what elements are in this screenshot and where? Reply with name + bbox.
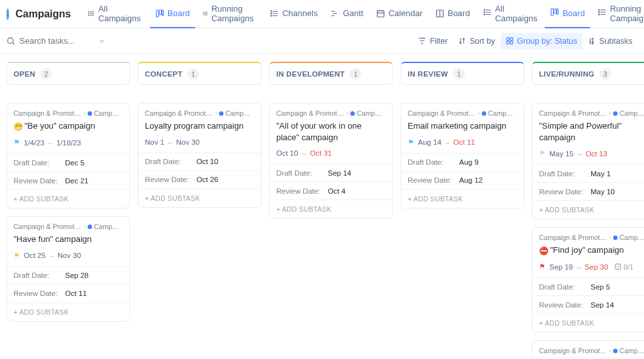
view-tab-channels[interactable]: Channels	[265, 0, 323, 28]
list-dot-icon	[88, 111, 92, 116]
view-tab-running-campaigns[interactable]: Running Campaigns	[592, 0, 644, 28]
column-title: IN DEVELOPMENT	[276, 70, 345, 78]
tab-label: Board	[448, 8, 470, 18]
add-subtask-button[interactable]: + ADD SUBTASK	[7, 303, 129, 321]
list-dot-icon	[350, 111, 355, 116]
task-title: "Simple and Powerful" campaign	[539, 120, 644, 143]
task-card[interactable]: Campaign & Promotion Manag...›Campai..."…	[532, 103, 644, 219]
start-date: May 15	[549, 150, 574, 158]
add-subtask-button[interactable]: + ADD SUBTASK	[401, 190, 524, 208]
svg-rect-19	[557, 9, 558, 15]
svg-rect-18	[554, 9, 557, 14]
svg-point-9	[271, 10, 272, 11]
task-dates: ⚑Aug 14–Oct 11	[408, 138, 517, 147]
toolbar: Filter Sort by Group by: Status Subtasks	[0, 28, 644, 54]
start-date: Aug 14	[418, 138, 441, 146]
task-title: Email marketing campaign	[408, 120, 517, 132]
breadcrumb: Campaign & Promotion Manag...›Campai...	[539, 109, 644, 117]
task-card[interactable]: Campaign & Promotion Manag...›Campai...L…	[138, 103, 261, 208]
task-title: "All of your work in one place" campaign	[276, 120, 386, 143]
breadcrumb: Campaign & Promotion Manag...›Campai...	[539, 347, 644, 354]
breadcrumb: Campaign & Promotion Manag...›Campai...	[14, 109, 123, 117]
list-dot-icon	[88, 225, 92, 229]
task-card[interactable]: Campaign & Promotion Manag...›Campai..."…	[269, 103, 393, 219]
flag-icon: ⚑	[539, 262, 545, 271]
column-header[interactable]: OPEN2	[6, 62, 130, 85]
view-tab-all-campaigns[interactable]: All Campaigns	[478, 0, 543, 28]
view-tab-board[interactable]: Board	[430, 0, 475, 28]
list-icon	[483, 8, 492, 19]
tab-label: All Campaigns	[495, 4, 538, 23]
column-header[interactable]: IN DEVELOPMENT1	[269, 62, 393, 85]
list-icon	[203, 9, 208, 18]
breadcrumb: Campaign & Promotion Manag...›Campai...	[14, 223, 123, 230]
column-title: IN REVIEW	[408, 70, 448, 78]
field-review-date: Review Date:Sep 14	[533, 296, 644, 314]
due-date: Sep 30	[585, 263, 608, 271]
groupby-button[interactable]: Group by: Status	[500, 33, 583, 50]
breadcrumb: Campaign & Promotion Manag...›Campai...	[539, 234, 644, 241]
column-count: 1	[350, 68, 361, 80]
view-tab-gantt[interactable]: Gantt	[325, 0, 368, 28]
field-draft-date: Draft Date:May 1	[533, 165, 644, 183]
gantt-icon	[330, 9, 339, 18]
column-header[interactable]: IN REVIEW1	[401, 62, 524, 85]
add-subtask-button[interactable]: + ADD SUBTASK	[533, 314, 644, 332]
chevron-down-icon[interactable]	[98, 37, 106, 45]
task-card[interactable]: Campaign & Promotion Manag...›Campai..."…	[6, 216, 130, 322]
search-box[interactable]	[6, 36, 106, 46]
search-icon	[6, 37, 15, 46]
tab-label: Running Campaigns	[211, 4, 257, 23]
svg-rect-29	[506, 38, 509, 41]
tab-label: All Campaigns	[99, 4, 142, 23]
list-dot-icon	[613, 349, 618, 353]
column-count: 1	[453, 68, 465, 80]
task-dates: ⚑May 15–Oct 13	[539, 149, 644, 158]
field-review-date: Review Date:Aug 12	[401, 172, 524, 190]
sortby-button[interactable]: Sort by	[453, 33, 500, 50]
subtasks-button[interactable]: Subtasks	[583, 33, 638, 50]
due-date: Nov 30	[176, 138, 199, 146]
svg-point-33	[592, 38, 593, 39]
due-date: Oct 31	[310, 149, 332, 157]
task-card[interactable]: Campaign & Promotion Manag...›Campai...😁…	[6, 103, 130, 208]
tab-label: Board	[562, 8, 585, 18]
list-icon	[270, 9, 279, 18]
search-input[interactable]	[19, 36, 90, 46]
view-tab-calendar[interactable]: Calendar	[371, 0, 428, 28]
list-dot-icon	[482, 111, 486, 116]
add-subtask-button[interactable]: + ADD SUBTASK	[7, 190, 129, 208]
task-card[interactable]: Campaign & Promotion Manag...›Campai...E…	[401, 103, 524, 208]
task-title: ⛔"Find joy" campaign	[539, 244, 644, 256]
tab-label: Board	[167, 8, 190, 18]
flag-icon: ⚑	[408, 138, 414, 147]
column-title: OPEN	[14, 70, 35, 78]
view-tab-all-campaigns[interactable]: All Campaigns	[82, 0, 147, 28]
task-card[interactable]: Campaign & Promotion Manag...›Campai...B…	[532, 340, 644, 359]
tab-label: Calendar	[388, 8, 422, 18]
column-header[interactable]: CONCEPT1	[138, 62, 261, 85]
add-subtask-button[interactable]: + ADD SUBTASK	[533, 201, 644, 219]
add-subtask-button[interactable]: + ADD SUBTASK	[138, 189, 261, 207]
filter-button[interactable]: Filter	[413, 33, 453, 50]
svg-point-7	[204, 13, 204, 14]
view-tab-running-campaigns[interactable]: Running Campaigns	[198, 0, 263, 28]
svg-point-35	[592, 43, 593, 44]
svg-point-1	[88, 13, 89, 14]
flag-icon: ⚑	[14, 138, 20, 147]
flag-icon: ⚑	[539, 149, 545, 158]
column-count: 3	[600, 68, 611, 80]
start-date: Nov 1	[145, 138, 164, 146]
due-date: Oct 13	[585, 150, 607, 158]
svg-rect-31	[506, 41, 509, 44]
task-card[interactable]: Campaign & Promotion Manag...›Campai...⛔…	[532, 227, 644, 333]
add-subtask-button[interactable]: + ADD SUBTASK	[270, 200, 392, 218]
column-header[interactable]: LIVE/RUNNING3	[532, 62, 644, 85]
view-tab-board[interactable]: Board	[150, 0, 195, 28]
view-tab-board[interactable]: Board	[545, 0, 590, 28]
column-count: 1	[187, 68, 199, 80]
start-date: Oct 25	[24, 252, 46, 259]
calendar-icon	[376, 9, 385, 18]
column-open: OPEN2Campaign & Promotion Manag...›Campa…	[6, 62, 130, 329]
checklist-count: 0/1	[614, 263, 633, 271]
